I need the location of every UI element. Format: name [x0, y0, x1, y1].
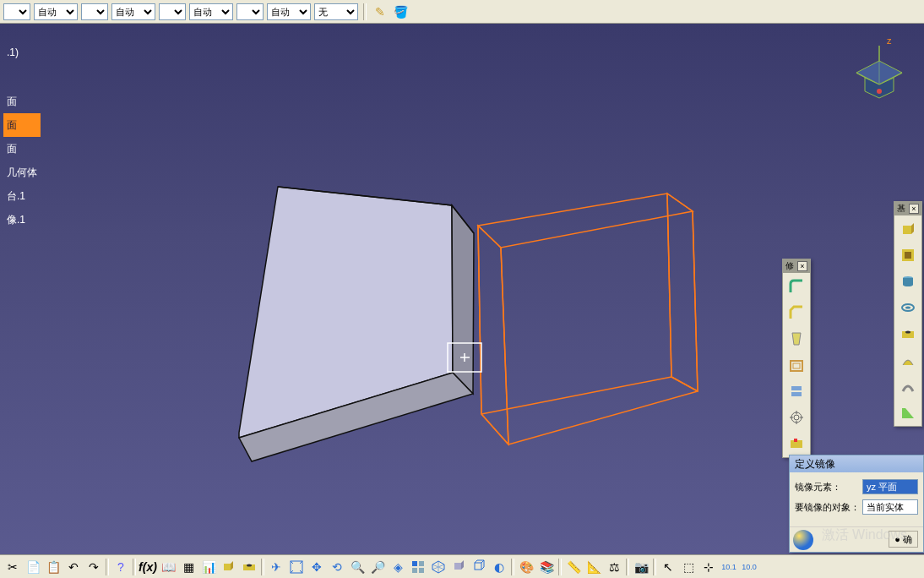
redo-icon[interactable]: ↷ [84, 558, 103, 576]
close-icon[interactable]: × [797, 261, 807, 271]
apply-material-icon[interactable]: 🎨 [517, 558, 535, 576]
rib-button[interactable] [895, 347, 921, 373]
zoom-in-icon[interactable]: 🔍 [348, 558, 367, 576]
undo-icon[interactable]: ↶ [64, 558, 83, 576]
hole-icon[interactable] [240, 558, 258, 576]
iso-view-icon[interactable] [429, 558, 448, 576]
selection-trap-icon[interactable]: ⬚ [679, 558, 698, 576]
sketch-based-toolbar: 基 × [894, 201, 922, 427]
svg-rect-27 [791, 386, 802, 390]
svg-point-48 [247, 564, 252, 566]
measure-icon[interactable]: 📏 [564, 558, 583, 576]
svg-line-19 [508, 391, 698, 444]
slot-button[interactable] [895, 374, 921, 399]
dd-2[interactable]: 自动 [34, 3, 78, 20]
remove-face-button[interactable] [784, 431, 809, 456]
rotate-icon[interactable]: ⟲ [328, 558, 346, 576]
dim1-icon[interactable]: 10.1 [720, 558, 738, 576]
paste-icon[interactable]: 📋 [44, 558, 63, 576]
svg-point-41 [903, 283, 913, 286]
hole-button[interactable] [895, 321, 921, 346]
chamfer-button[interactable] [784, 300, 809, 325]
formula-icon[interactable]: f(x) [139, 558, 157, 576]
catalog-icon[interactable]: 📚 [537, 558, 556, 576]
svg-point-3 [877, 89, 882, 94]
shading-icon[interactable] [449, 558, 468, 576]
dd-9[interactable]: 无 [314, 3, 358, 20]
solid-body[interactable] [239, 187, 474, 461]
compass-widget[interactable]: z [850, 35, 909, 99]
groove-button[interactable] [895, 295, 921, 320]
fillet-button[interactable] [784, 274, 809, 299]
pad-button[interactable] [895, 216, 921, 242]
svg-point-43 [905, 307, 910, 309]
rule-icon[interactable]: 📊 [199, 558, 218, 576]
axis-icon[interactable]: ⊹ [699, 558, 718, 576]
toolbar-title-label: 基 [897, 202, 905, 215]
help-icon[interactable]: ? [111, 558, 130, 576]
normal-view-icon[interactable]: ◈ [389, 558, 407, 576]
shaft-button[interactable] [895, 269, 921, 294]
analysis-icon[interactable]: ⚖ [605, 558, 623, 576]
stiffener-button[interactable] [895, 400, 921, 425]
pocket-button[interactable] [895, 243, 921, 268]
cut-icon[interactable]: ✂ [3, 558, 22, 576]
thickness-button[interactable] [784, 379, 809, 404]
svg-rect-36 [903, 226, 911, 234]
design-table-icon[interactable]: ▦ [179, 558, 198, 576]
svg-line-18 [481, 377, 671, 414]
svg-line-21 [481, 414, 508, 444]
knowledge-icon[interactable]: 📖 [159, 558, 177, 576]
select-icon[interactable]: ↖ [659, 558, 677, 576]
capture-icon[interactable]: 📷 [632, 558, 650, 576]
pad-icon[interactable] [220, 558, 238, 576]
svg-line-16 [501, 248, 508, 444]
shell-button[interactable] [784, 352, 809, 378]
toolbar-title[interactable]: 修 × [783, 259, 810, 273]
dd-4[interactable]: 自动 [111, 3, 155, 20]
svg-line-14 [478, 226, 481, 414]
dd-6[interactable]: 自动 [189, 3, 233, 20]
svg-rect-28 [791, 392, 802, 396]
mirror-definition-dialog: 定义镜像 镜像元素： yz 平面 要镜像的对象： 当前实体 ● 确 [789, 455, 924, 553]
svg-line-20 [671, 377, 698, 391]
dd-5[interactable] [159, 3, 186, 20]
dd-8[interactable]: 自动 [267, 3, 311, 20]
thread-button[interactable] [784, 405, 809, 430]
dd-7[interactable] [236, 3, 264, 20]
dd-3[interactable] [81, 3, 108, 20]
svg-rect-51 [419, 561, 424, 566]
svg-point-45 [905, 331, 910, 334]
hide-show-icon[interactable]: ◐ [490, 558, 508, 576]
paint-bucket-icon[interactable]: 🪣 [392, 3, 409, 20]
dim2-icon[interactable]: 10.0 [740, 558, 758, 576]
ok-button[interactable]: ● 确 [889, 531, 918, 548]
fit-all-icon[interactable] [287, 558, 306, 576]
svg-line-15 [667, 194, 671, 377]
toolbar-separator [363, 3, 367, 20]
measure-between-icon[interactable]: 📐 [584, 558, 603, 576]
pan-icon[interactable]: ✥ [307, 558, 326, 576]
3d-viewport[interactable]: .1) 面 面 面 几何体 台.1 像.1 z [0, 24, 924, 554]
object-to-mirror-field[interactable]: 当前实体 [862, 499, 918, 515]
draft-button[interactable] [784, 326, 809, 352]
earth-icon [793, 530, 813, 550]
pencil-icon[interactable]: ✎ [372, 3, 389, 20]
toolbar-title[interactable]: 基 × [894, 202, 921, 215]
wireframe-icon[interactable] [470, 558, 488, 576]
fly-icon[interactable]: ✈ [267, 558, 285, 576]
bottom-toolbar: ✂ 📄 📋 ↶ ↷ ? f(x) 📖 ▦ 📊 ✈ ✥ ⟲ 🔍 🔎 ◈ ◐ 🎨 📚… [0, 554, 924, 578]
multi-view-icon[interactable] [409, 558, 427, 576]
separator [626, 559, 629, 575]
top-toolbar: 自动 自动 自动 自动 无 ✎ 🪣 [0, 0, 924, 24]
mirror-element-field[interactable]: yz 平面 [862, 479, 918, 494]
svg-rect-26 [793, 363, 800, 368]
mirror-preview-wireframe[interactable] [478, 194, 698, 444]
copy-icon[interactable]: 📄 [24, 558, 42, 576]
close-icon[interactable]: × [909, 204, 919, 214]
zoom-out-icon[interactable]: 🔎 [368, 558, 387, 576]
object-to-mirror-label: 要镜像的对象： [795, 501, 862, 514]
dialog-titlebar[interactable]: 定义镜像 [790, 455, 923, 472]
svg-rect-25 [791, 361, 802, 371]
dd-1[interactable] [3, 3, 30, 20]
